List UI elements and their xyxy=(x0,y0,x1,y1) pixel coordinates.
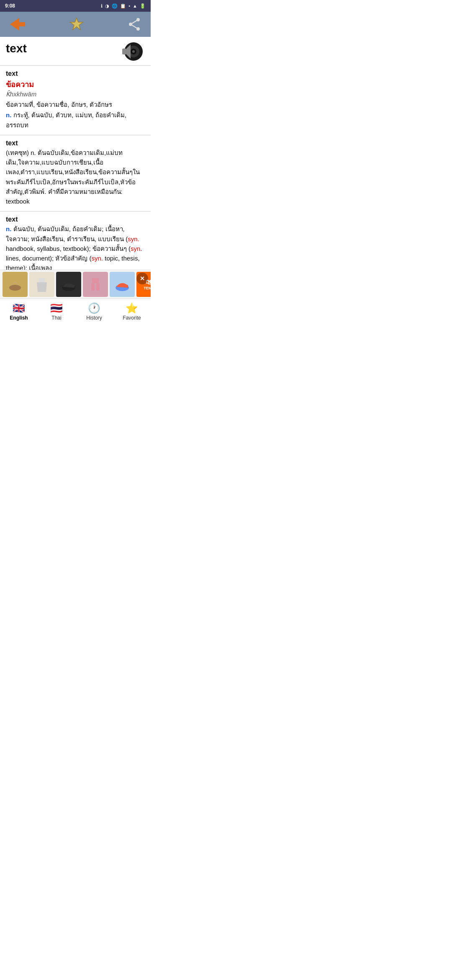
ad-close-button[interactable]: ✕ xyxy=(136,273,148,284)
status-time: 9:08 xyxy=(5,3,15,9)
svg-line-5 xyxy=(131,20,138,24)
status-bar: 9:08 ℹ ◑ 🌐 📋 • ▲ 🔋 xyxy=(0,0,151,12)
def-line-1a: ข้อความที่, ข้อความชื่อ, อักษร, ตัวอักษร xyxy=(6,100,145,109)
def-romanize-1: K̄hxkhwām xyxy=(6,90,145,98)
star-icon xyxy=(69,17,84,31)
word-header: text xyxy=(0,37,151,66)
syn-label-3b: syn. xyxy=(131,245,142,252)
temu-label: TEMU xyxy=(144,286,151,290)
def-line-2a: (เทคซุท) n. ต้นฉบับเดิม,ข้อความเดิม,แม่บ… xyxy=(6,148,145,206)
toolbar xyxy=(0,12,151,37)
ad-thumb-4 xyxy=(83,272,108,297)
sneaker-icon xyxy=(60,276,77,293)
circle-half-icon: ◑ xyxy=(105,3,109,9)
def-line-1b: n. กระทู้, ต้นฉบับ, ตัวบท, แม่บท, ถ้อยคำ… xyxy=(6,110,145,130)
def-line-3a: n. ต้นฉบับ, ต้นฉบับเดิม, ถ้อยคำเดิม; เนื… xyxy=(6,224,145,270)
nav-item-english[interactable]: 🇬🇧 English xyxy=(4,302,33,321)
def-word-1: text xyxy=(6,70,145,77)
nav-label-english: English xyxy=(10,315,28,321)
sandals-icon xyxy=(7,276,23,293)
info-icon: ℹ xyxy=(101,3,103,9)
english-flag-icon: 🇬🇧 xyxy=(13,302,25,314)
wifi-icon: ▲ xyxy=(133,3,137,8)
svg-rect-15 xyxy=(39,278,45,282)
speaker-button[interactable] xyxy=(122,42,145,63)
share-button[interactable] xyxy=(128,18,141,31)
definition-3: text n. ต้นฉบับ, ต้นฉบับเดิม, ถ้อยคำเดิม… xyxy=(0,211,151,270)
svg-rect-11 xyxy=(122,49,126,54)
nav-label-favorite: Favorite xyxy=(123,315,141,321)
dot-icon: • xyxy=(128,3,130,8)
svg-rect-18 xyxy=(92,278,99,283)
svg-marker-0 xyxy=(10,18,25,31)
definition-2: text (เทคซุท) n. ต้นฉบับเดิม,ข้อความเดิม… xyxy=(0,135,151,212)
ad-thumb-1 xyxy=(3,272,28,297)
ad-thumb-2 xyxy=(29,272,54,297)
back-arrow-icon xyxy=(10,18,25,31)
svg-rect-20 xyxy=(96,283,100,291)
svg-rect-19 xyxy=(91,283,95,291)
syn-label-3a: syn. xyxy=(128,235,139,242)
nav-label-thai: Thai xyxy=(51,315,61,321)
back-button[interactable] xyxy=(10,18,25,31)
def-word-3: text xyxy=(6,216,145,223)
battery-icon: 🔋 xyxy=(140,3,146,9)
nav-item-history[interactable]: 🕐 History xyxy=(80,302,109,321)
favorite-star-icon: ⭐ xyxy=(126,302,138,314)
main-word: text xyxy=(6,42,27,55)
syn-label-3c: syn. xyxy=(92,255,103,262)
svg-point-12 xyxy=(9,285,21,291)
dress-icon xyxy=(33,276,50,293)
svg-line-14 xyxy=(15,282,19,285)
thai-flag-icon: 🇹🇭 xyxy=(50,302,63,314)
definition-1: text ข้อความ K̄hxkhwām ข้อความที่, ข้อคว… xyxy=(0,66,151,135)
nav-label-history: History xyxy=(86,315,102,321)
clipboard-icon: 📋 xyxy=(120,3,126,9)
status-icons: ℹ ◑ 🌐 📋 • ▲ 🔋 xyxy=(101,3,146,9)
bottom-nav: 🇬🇧 English 🇹🇭 Thai 🕐 History ⭐ Favorite xyxy=(0,299,151,325)
ad-thumb-3 xyxy=(56,272,81,297)
svg-marker-16 xyxy=(37,282,47,292)
n-label-3: n. xyxy=(6,225,11,232)
nav-item-thai[interactable]: 🇹🇭 Thai xyxy=(42,302,71,321)
n-label-1: n. xyxy=(6,111,11,119)
tracksuit-icon xyxy=(87,276,104,293)
svg-point-10 xyxy=(132,50,135,53)
def-thai-1: ข้อความ xyxy=(6,78,145,90)
svg-marker-1 xyxy=(70,18,83,30)
speaker-icon xyxy=(122,40,145,63)
def-word-2: text xyxy=(6,139,145,147)
favorite-button[interactable] xyxy=(69,17,84,31)
share-icon xyxy=(128,18,141,31)
svg-line-13 xyxy=(11,282,15,285)
main-content: text text ข้อความ K̄hxkhwām ข้อความที่, … xyxy=(0,37,151,270)
colorful-shoe-icon xyxy=(114,276,131,293)
svg-line-6 xyxy=(131,24,138,29)
globe-icon: 🌐 xyxy=(112,3,118,9)
ad-thumb-5 xyxy=(110,272,135,297)
nav-item-favorite[interactable]: ⭐ Favorite xyxy=(117,302,146,321)
ad-bar: 🛍 TEMU ✕ xyxy=(0,270,151,299)
history-clock-icon: 🕐 xyxy=(88,302,100,314)
